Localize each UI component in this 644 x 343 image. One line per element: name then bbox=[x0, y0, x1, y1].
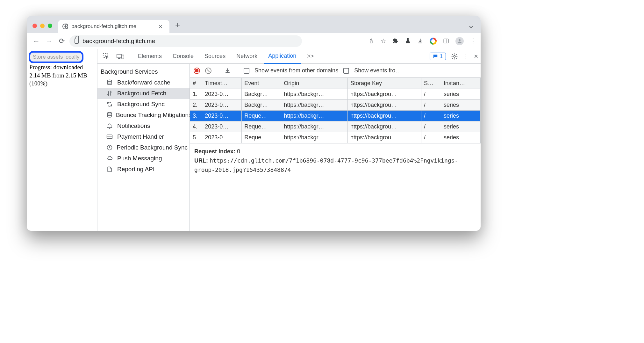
address-bar: ← → ⟳ background-fetch.glitch.me ☆ bbox=[27, 33, 481, 49]
svg-point-7 bbox=[454, 55, 455, 57]
show-events-from-checkbox[interactable] bbox=[343, 68, 349, 74]
table-row[interactable]: 3.2023-0…Reque…https://backgr…https://ba… bbox=[190, 111, 481, 121]
globe-icon bbox=[62, 24, 68, 29]
forward-button[interactable]: → bbox=[44, 37, 54, 45]
show-other-domains-label: Show events from other domains bbox=[254, 67, 338, 74]
tab-elements[interactable]: Elements bbox=[133, 49, 166, 63]
cloud-icon bbox=[106, 155, 114, 162]
omnibox[interactable]: background-fetch.glitch.me bbox=[69, 35, 302, 47]
rendered-page: Store assets locally Progress: downloade… bbox=[27, 49, 97, 231]
tab-title: background-fetch.glitch.me bbox=[71, 23, 136, 30]
table-cell: series bbox=[441, 111, 480, 121]
profile-avatar[interactable] bbox=[455, 37, 464, 45]
tab-overflow[interactable]: >> bbox=[303, 49, 318, 63]
settings-gear-icon[interactable] bbox=[451, 53, 458, 60]
maximize-window-button[interactable] bbox=[48, 24, 52, 28]
bell-icon bbox=[106, 123, 114, 129]
save-events-icon[interactable] bbox=[225, 68, 231, 74]
table-row[interactable]: 4.2023-0…Reque…https://backgr…https://ba… bbox=[190, 121, 481, 132]
url-text: background-fetch.glitch.me bbox=[82, 38, 155, 45]
events-pane: Show events from other domains Show even… bbox=[190, 64, 481, 231]
sidebar-item-notifications[interactable]: Notifications bbox=[97, 120, 190, 131]
inspect-icon[interactable] bbox=[100, 53, 112, 60]
tab-network[interactable]: Network bbox=[232, 49, 262, 63]
events-toolbar: Show events from other domains Show even… bbox=[190, 64, 481, 78]
issues-count: 1 bbox=[440, 53, 443, 60]
lock-icon bbox=[75, 39, 79, 44]
svg-rect-6 bbox=[122, 55, 124, 59]
reload-button[interactable]: ⟳ bbox=[57, 37, 67, 45]
table-cell: / bbox=[421, 132, 441, 143]
new-tab-button[interactable]: + bbox=[169, 20, 180, 33]
google-icon[interactable] bbox=[430, 38, 437, 45]
close-devtools-icon[interactable]: × bbox=[474, 52, 478, 61]
table-row[interactable]: 1.2023-0…Backgr…https://backgr…https://b… bbox=[190, 89, 481, 100]
tab-sources[interactable]: Sources bbox=[200, 49, 230, 63]
table-cell: https://backgr… bbox=[281, 100, 348, 111]
kebab-menu-icon[interactable]: ⋮ bbox=[470, 37, 476, 45]
browser-tab[interactable]: background-fetch.glitch.me × bbox=[58, 20, 169, 33]
swap-icon bbox=[106, 90, 114, 97]
table-cell: https://backgr… bbox=[281, 111, 348, 121]
extensions-icon[interactable] bbox=[392, 38, 398, 44]
record-button[interactable] bbox=[194, 68, 200, 74]
device-toolbar-icon[interactable] bbox=[114, 53, 127, 60]
table-cell: / bbox=[421, 89, 441, 100]
issues-button[interactable]: 1 bbox=[430, 53, 446, 60]
sidebar-item-payment-handler[interactable]: Payment Handler bbox=[97, 131, 190, 142]
col-timestamp[interactable]: Timest… bbox=[202, 78, 242, 89]
table-cell: https://backgrou… bbox=[347, 121, 421, 132]
col-number[interactable]: # bbox=[190, 78, 202, 89]
clock-icon bbox=[106, 144, 113, 151]
table-cell: Reque… bbox=[242, 121, 281, 132]
table-cell: series bbox=[441, 132, 480, 143]
sidebar-item-bounce-tracking[interactable]: Bounce Tracking Mitigations bbox=[97, 110, 190, 120]
show-other-domains-checkbox[interactable] bbox=[244, 68, 249, 74]
document-icon bbox=[106, 166, 114, 172]
col-scope[interactable]: S… bbox=[421, 78, 441, 89]
share-icon[interactable] bbox=[368, 38, 374, 44]
sidebar-item-background-fetch[interactable]: Background Fetch bbox=[97, 88, 190, 99]
table-cell: https://backgr… bbox=[281, 132, 348, 143]
url-value: https://cdn.glitch.com/7f1b6896-078d-477… bbox=[194, 157, 458, 173]
table-cell: https://backgrou… bbox=[347, 89, 421, 100]
clear-button[interactable] bbox=[205, 68, 211, 74]
col-origin[interactable]: Origin bbox=[281, 78, 348, 89]
side-panel-icon[interactable] bbox=[443, 38, 449, 44]
table-cell: 2023-0… bbox=[202, 132, 242, 143]
tab-console[interactable]: Console bbox=[168, 49, 198, 63]
table-cell: 5. bbox=[190, 132, 202, 143]
labs-icon[interactable] bbox=[405, 38, 411, 44]
credit-card-icon bbox=[106, 134, 114, 140]
back-button[interactable]: ← bbox=[31, 37, 41, 45]
database-icon bbox=[106, 79, 114, 86]
tab-overflow-button[interactable] bbox=[469, 24, 481, 33]
table-cell: Reque… bbox=[242, 111, 281, 121]
table-cell: 3. bbox=[190, 111, 202, 121]
sidebar-item-push-messaging[interactable]: Push Messaging bbox=[97, 153, 190, 164]
devtools-panel: Elements Console Sources Network Applica… bbox=[97, 49, 481, 231]
minimize-window-button[interactable] bbox=[40, 24, 45, 28]
close-tab-icon[interactable]: × bbox=[156, 23, 165, 30]
bookmark-star-icon[interactable]: ☆ bbox=[381, 37, 386, 45]
sidebar-item-periodic-background[interactable]: Periodic Background Sync bbox=[97, 142, 190, 153]
table-cell: https://backgrou… bbox=[347, 111, 421, 121]
table-row[interactable]: 5.2023-0…Reque…https://backgr…https://ba… bbox=[190, 132, 481, 143]
downloads-icon[interactable] bbox=[417, 38, 423, 44]
col-event[interactable]: Event bbox=[242, 78, 281, 89]
request-index-value: 0 bbox=[237, 148, 240, 155]
store-assets-button[interactable]: Store assets locally bbox=[29, 51, 83, 63]
devtools-tabbar: Elements Console Sources Network Applica… bbox=[97, 49, 481, 64]
browser-window: background-fetch.glitch.me × + ← → ⟳ bac… bbox=[27, 16, 481, 231]
table-cell: / bbox=[421, 121, 441, 132]
sidebar-item-back-forward-cache[interactable]: Back/forward cache bbox=[97, 77, 190, 88]
table-row[interactable]: 2.2023-0…Backgr…https://backgr…https://b… bbox=[190, 100, 481, 111]
col-instance[interactable]: Instan… bbox=[441, 78, 480, 89]
tab-application[interactable]: Application bbox=[264, 49, 301, 64]
sidebar-item-reporting-api[interactable]: Reporting API bbox=[97, 164, 190, 175]
close-window-button[interactable] bbox=[32, 24, 37, 28]
devtools-menu-icon[interactable]: ⋮ bbox=[463, 53, 469, 60]
separator bbox=[237, 67, 237, 75]
sidebar-item-background-sync[interactable]: Background Sync bbox=[97, 99, 190, 110]
col-storage-key[interactable]: Storage Key bbox=[347, 78, 421, 89]
